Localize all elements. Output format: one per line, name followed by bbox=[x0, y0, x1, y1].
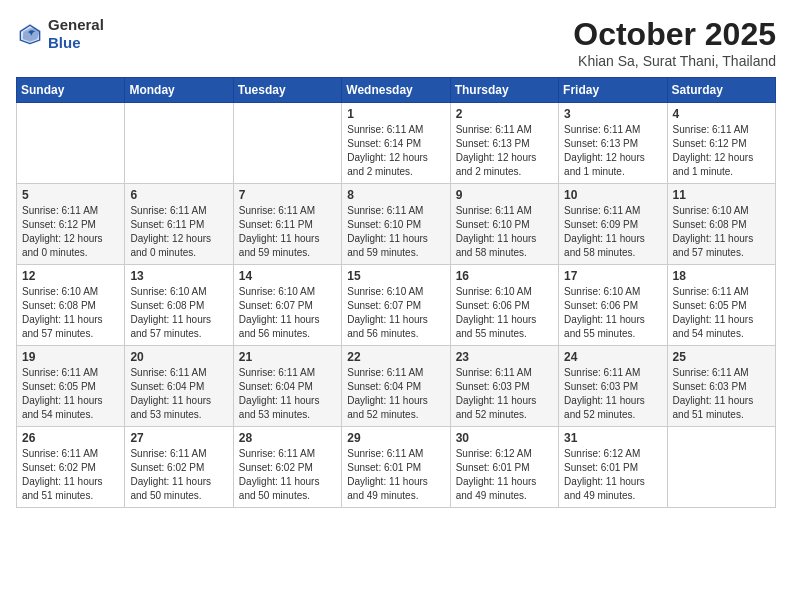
day-info: Sunrise: 6:11 AM Sunset: 6:12 PM Dayligh… bbox=[22, 204, 119, 260]
day-number: 28 bbox=[239, 431, 336, 445]
day-info: Sunrise: 6:11 AM Sunset: 6:03 PM Dayligh… bbox=[673, 366, 770, 422]
day-number: 31 bbox=[564, 431, 661, 445]
day-number: 2 bbox=[456, 107, 553, 121]
calendar-cell: 10Sunrise: 6:11 AM Sunset: 6:09 PM Dayli… bbox=[559, 184, 667, 265]
day-info: Sunrise: 6:11 AM Sunset: 6:04 PM Dayligh… bbox=[239, 366, 336, 422]
calendar-cell: 6Sunrise: 6:11 AM Sunset: 6:11 PM Daylig… bbox=[125, 184, 233, 265]
logo-icon bbox=[16, 20, 44, 48]
day-info: Sunrise: 6:10 AM Sunset: 6:06 PM Dayligh… bbox=[564, 285, 661, 341]
weekday-header: Monday bbox=[125, 78, 233, 103]
day-number: 11 bbox=[673, 188, 770, 202]
calendar-cell: 18Sunrise: 6:11 AM Sunset: 6:05 PM Dayli… bbox=[667, 265, 775, 346]
day-info: Sunrise: 6:11 AM Sunset: 6:04 PM Dayligh… bbox=[130, 366, 227, 422]
day-number: 5 bbox=[22, 188, 119, 202]
day-info: Sunrise: 6:11 AM Sunset: 6:13 PM Dayligh… bbox=[564, 123, 661, 179]
day-info: Sunrise: 6:11 AM Sunset: 6:13 PM Dayligh… bbox=[456, 123, 553, 179]
day-info: Sunrise: 6:11 AM Sunset: 6:04 PM Dayligh… bbox=[347, 366, 444, 422]
day-number: 18 bbox=[673, 269, 770, 283]
calendar-cell: 27Sunrise: 6:11 AM Sunset: 6:02 PM Dayli… bbox=[125, 427, 233, 508]
day-info: Sunrise: 6:11 AM Sunset: 6:14 PM Dayligh… bbox=[347, 123, 444, 179]
day-info: Sunrise: 6:11 AM Sunset: 6:03 PM Dayligh… bbox=[564, 366, 661, 422]
page-header: General Blue October 2025 Khian Sa, Sura… bbox=[16, 16, 776, 69]
month-title: October 2025 bbox=[573, 16, 776, 53]
calendar-week-row: 1Sunrise: 6:11 AM Sunset: 6:14 PM Daylig… bbox=[17, 103, 776, 184]
calendar-cell: 23Sunrise: 6:11 AM Sunset: 6:03 PM Dayli… bbox=[450, 346, 558, 427]
day-info: Sunrise: 6:11 AM Sunset: 6:10 PM Dayligh… bbox=[347, 204, 444, 260]
calendar-cell: 31Sunrise: 6:12 AM Sunset: 6:01 PM Dayli… bbox=[559, 427, 667, 508]
calendar-cell: 25Sunrise: 6:11 AM Sunset: 6:03 PM Dayli… bbox=[667, 346, 775, 427]
calendar-cell: 17Sunrise: 6:10 AM Sunset: 6:06 PM Dayli… bbox=[559, 265, 667, 346]
calendar-cell: 16Sunrise: 6:10 AM Sunset: 6:06 PM Dayli… bbox=[450, 265, 558, 346]
logo: General Blue bbox=[16, 16, 104, 52]
calendar-cell bbox=[667, 427, 775, 508]
day-info: Sunrise: 6:11 AM Sunset: 6:02 PM Dayligh… bbox=[130, 447, 227, 503]
day-number: 13 bbox=[130, 269, 227, 283]
calendar-cell: 3Sunrise: 6:11 AM Sunset: 6:13 PM Daylig… bbox=[559, 103, 667, 184]
day-info: Sunrise: 6:10 AM Sunset: 6:08 PM Dayligh… bbox=[673, 204, 770, 260]
weekday-header-row: SundayMondayTuesdayWednesdayThursdayFrid… bbox=[17, 78, 776, 103]
calendar-week-row: 19Sunrise: 6:11 AM Sunset: 6:05 PM Dayli… bbox=[17, 346, 776, 427]
logo-text: General Blue bbox=[48, 16, 104, 52]
day-number: 20 bbox=[130, 350, 227, 364]
day-info: Sunrise: 6:11 AM Sunset: 6:05 PM Dayligh… bbox=[673, 285, 770, 341]
day-info: Sunrise: 6:10 AM Sunset: 6:07 PM Dayligh… bbox=[239, 285, 336, 341]
location-title: Khian Sa, Surat Thani, Thailand bbox=[573, 53, 776, 69]
weekday-header: Tuesday bbox=[233, 78, 341, 103]
calendar-cell: 19Sunrise: 6:11 AM Sunset: 6:05 PM Dayli… bbox=[17, 346, 125, 427]
day-number: 6 bbox=[130, 188, 227, 202]
day-info: Sunrise: 6:10 AM Sunset: 6:07 PM Dayligh… bbox=[347, 285, 444, 341]
calendar-cell: 9Sunrise: 6:11 AM Sunset: 6:10 PM Daylig… bbox=[450, 184, 558, 265]
calendar-cell: 13Sunrise: 6:10 AM Sunset: 6:08 PM Dayli… bbox=[125, 265, 233, 346]
day-info: Sunrise: 6:10 AM Sunset: 6:06 PM Dayligh… bbox=[456, 285, 553, 341]
weekday-header: Sunday bbox=[17, 78, 125, 103]
day-info: Sunrise: 6:12 AM Sunset: 6:01 PM Dayligh… bbox=[564, 447, 661, 503]
day-number: 30 bbox=[456, 431, 553, 445]
calendar-cell: 26Sunrise: 6:11 AM Sunset: 6:02 PM Dayli… bbox=[17, 427, 125, 508]
day-info: Sunrise: 6:11 AM Sunset: 6:03 PM Dayligh… bbox=[456, 366, 553, 422]
calendar-week-row: 5Sunrise: 6:11 AM Sunset: 6:12 PM Daylig… bbox=[17, 184, 776, 265]
calendar-cell: 22Sunrise: 6:11 AM Sunset: 6:04 PM Dayli… bbox=[342, 346, 450, 427]
day-info: Sunrise: 6:11 AM Sunset: 6:11 PM Dayligh… bbox=[130, 204, 227, 260]
calendar-cell: 14Sunrise: 6:10 AM Sunset: 6:07 PM Dayli… bbox=[233, 265, 341, 346]
calendar-cell: 28Sunrise: 6:11 AM Sunset: 6:02 PM Dayli… bbox=[233, 427, 341, 508]
calendar-cell: 21Sunrise: 6:11 AM Sunset: 6:04 PM Dayli… bbox=[233, 346, 341, 427]
day-info: Sunrise: 6:11 AM Sunset: 6:02 PM Dayligh… bbox=[239, 447, 336, 503]
calendar-cell bbox=[233, 103, 341, 184]
weekday-header: Wednesday bbox=[342, 78, 450, 103]
day-number: 14 bbox=[239, 269, 336, 283]
day-number: 9 bbox=[456, 188, 553, 202]
calendar-cell: 4Sunrise: 6:11 AM Sunset: 6:12 PM Daylig… bbox=[667, 103, 775, 184]
calendar-cell: 8Sunrise: 6:11 AM Sunset: 6:10 PM Daylig… bbox=[342, 184, 450, 265]
weekday-header: Saturday bbox=[667, 78, 775, 103]
day-info: Sunrise: 6:10 AM Sunset: 6:08 PM Dayligh… bbox=[22, 285, 119, 341]
calendar-cell: 11Sunrise: 6:10 AM Sunset: 6:08 PM Dayli… bbox=[667, 184, 775, 265]
calendar-cell: 30Sunrise: 6:12 AM Sunset: 6:01 PM Dayli… bbox=[450, 427, 558, 508]
day-info: Sunrise: 6:11 AM Sunset: 6:09 PM Dayligh… bbox=[564, 204, 661, 260]
day-number: 3 bbox=[564, 107, 661, 121]
day-number: 29 bbox=[347, 431, 444, 445]
calendar-week-row: 26Sunrise: 6:11 AM Sunset: 6:02 PM Dayli… bbox=[17, 427, 776, 508]
day-info: Sunrise: 6:11 AM Sunset: 6:05 PM Dayligh… bbox=[22, 366, 119, 422]
day-number: 26 bbox=[22, 431, 119, 445]
day-number: 25 bbox=[673, 350, 770, 364]
day-info: Sunrise: 6:12 AM Sunset: 6:01 PM Dayligh… bbox=[456, 447, 553, 503]
calendar-cell: 15Sunrise: 6:10 AM Sunset: 6:07 PM Dayli… bbox=[342, 265, 450, 346]
day-number: 23 bbox=[456, 350, 553, 364]
day-info: Sunrise: 6:11 AM Sunset: 6:12 PM Dayligh… bbox=[673, 123, 770, 179]
day-info: Sunrise: 6:11 AM Sunset: 6:01 PM Dayligh… bbox=[347, 447, 444, 503]
day-number: 7 bbox=[239, 188, 336, 202]
day-number: 21 bbox=[239, 350, 336, 364]
day-number: 10 bbox=[564, 188, 661, 202]
calendar-cell bbox=[125, 103, 233, 184]
day-number: 19 bbox=[22, 350, 119, 364]
calendar-week-row: 12Sunrise: 6:10 AM Sunset: 6:08 PM Dayli… bbox=[17, 265, 776, 346]
calendar-cell: 20Sunrise: 6:11 AM Sunset: 6:04 PM Dayli… bbox=[125, 346, 233, 427]
weekday-header: Thursday bbox=[450, 78, 558, 103]
day-number: 8 bbox=[347, 188, 444, 202]
day-info: Sunrise: 6:11 AM Sunset: 6:02 PM Dayligh… bbox=[22, 447, 119, 503]
day-number: 16 bbox=[456, 269, 553, 283]
day-number: 22 bbox=[347, 350, 444, 364]
day-info: Sunrise: 6:10 AM Sunset: 6:08 PM Dayligh… bbox=[130, 285, 227, 341]
day-number: 24 bbox=[564, 350, 661, 364]
calendar-cell: 24Sunrise: 6:11 AM Sunset: 6:03 PM Dayli… bbox=[559, 346, 667, 427]
